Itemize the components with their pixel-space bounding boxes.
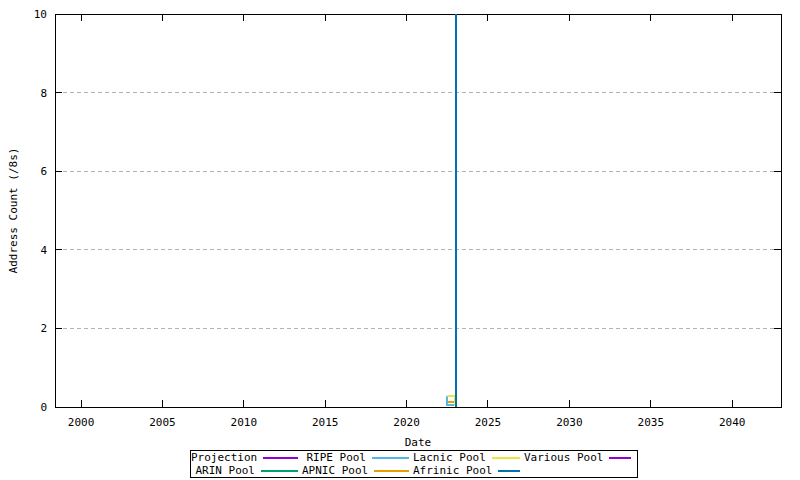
legend-item-label: Projection (191, 451, 257, 464)
y-tick-label: 8 (0, 87, 47, 100)
legend-item: Projection (191, 451, 302, 464)
legend-line-sample (374, 470, 409, 472)
legend-item: ARIN Pool (191, 464, 302, 477)
legend-line-sample (492, 457, 520, 459)
y-tick-label: 0 (0, 401, 47, 414)
y-axis-label: Address Count (/8s) (7, 111, 20, 311)
legend-item-label: APNIC Pool (302, 464, 368, 477)
legend-item: Afrinic Pool (413, 464, 524, 477)
plot-border (55, 14, 781, 407)
y-tick-label: 2 (0, 322, 47, 335)
legend-item: Various Pool (524, 451, 635, 464)
x-axis-label: Date (368, 437, 468, 449)
legend-line-sample (609, 457, 631, 459)
legend-line-sample (261, 470, 298, 472)
series-ripe-pool (447, 396, 455, 405)
legend-item: RIPE Pool (302, 451, 413, 464)
x-tick-label: 2035 (626, 416, 676, 429)
legend-item: APNIC Pool (302, 464, 413, 477)
legend-item-label: Lacnic Pool (413, 451, 486, 464)
x-tick-label: 2040 (707, 416, 757, 429)
chart-canvas: Address Count (/8s) Date 0246810 2000200… (0, 0, 800, 480)
legend-line-sample (498, 470, 520, 472)
plot-svg (0, 0, 800, 480)
x-tick-label: 2000 (56, 416, 106, 429)
x-tick-label: 2030 (544, 416, 594, 429)
x-tick-label: 2005 (137, 416, 187, 429)
legend-item: Lacnic Pool (413, 451, 524, 464)
y-tick-label: 6 (0, 165, 47, 178)
x-tick-label: 2025 (463, 416, 513, 429)
y-tick-label: 4 (0, 244, 47, 257)
x-tick-label: 2010 (219, 416, 269, 429)
legend-line-sample (263, 457, 298, 459)
x-tick-label: 2020 (382, 416, 432, 429)
legend-row: ProjectionRIPE PoolLacnic PoolVarious Po… (191, 451, 637, 464)
legend-row: ARIN PoolAPNIC PoolAfrinic Pool (191, 464, 637, 477)
legend-item-label: ARIN Pool (195, 464, 255, 477)
legend-item-label: RIPE Pool (306, 451, 366, 464)
legend: ProjectionRIPE PoolLacnic PoolVarious Po… (190, 450, 638, 478)
y-tick-label: 10 (0, 8, 47, 21)
x-tick-label: 2015 (300, 416, 350, 429)
legend-item-label: Various Pool (524, 451, 603, 464)
legend-line-sample (372, 457, 409, 459)
legend-item-label: Afrinic Pool (413, 464, 492, 477)
